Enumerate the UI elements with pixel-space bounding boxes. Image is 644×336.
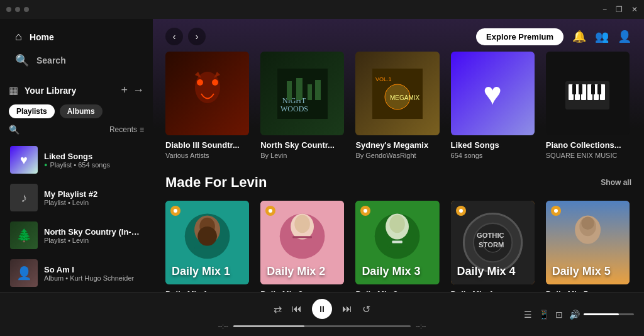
list-item[interactable]: ♪ My Playlist #2 Playlist • Levin	[5, 179, 148, 216]
top-card-subtitle: Various Artists	[165, 152, 249, 159]
add-library-button[interactable]: +	[121, 84, 128, 97]
search-library-icon[interactable]: 🔍	[9, 125, 19, 135]
mini-player-button[interactable]: ⊡	[555, 310, 563, 320]
liked-songs-thumb: ♥	[10, 146, 38, 174]
heart-icon: ♥	[20, 153, 28, 167]
list-icon: ≡	[140, 125, 144, 134]
filter-albums[interactable]: Albums	[60, 104, 103, 118]
playlist-list: ♥ Liked Songs ● Playlist • 654 songs ♪ M…	[0, 138, 153, 292]
dm1-artwork: Daily Mix 1	[165, 201, 249, 284]
daily-mix-card-5[interactable]: Daily Mix 5 Daily Mix 5 Darren Korb, Chr…	[546, 201, 630, 292]
playlist-meta: Playlist • Levin	[44, 199, 143, 206]
filter-playlists[interactable]: Playlists	[9, 104, 55, 118]
minimize-button[interactable]: −	[602, 5, 607, 14]
previous-button[interactable]: ⏮	[292, 303, 302, 315]
playlist-meta: Playlist • Levin	[44, 237, 143, 244]
dm2-artwork: Daily Mix 2	[260, 201, 344, 284]
daily-mix-card-4[interactable]: GOTHIC STORM Daily Mix 4 Daily Mix 4 Got…	[451, 201, 535, 292]
daily-mix-card-1[interactable]: Daily Mix 1 Daily Mix 1 Josh Whelchel, K…	[165, 201, 249, 292]
playlist-info: North Sky Country (In-Game) Playlist • L…	[44, 227, 143, 244]
show-all-button[interactable]: Show all	[601, 178, 631, 187]
green-dot-icon: ●	[44, 162, 47, 168]
list-item[interactable]: 🌲 North Sky Country (In-Game) Playlist •…	[5, 216, 148, 254]
list-item[interactable]: 👤 So Am I Album • Kurt Hugo Schneider	[5, 254, 148, 292]
nav-arrows: ‹ ›	[165, 28, 206, 45]
main-layout: ⌂ Home 🔍 Search ▦ Your Library + → Playl…	[0, 19, 644, 292]
section-title: Made For Levin	[165, 174, 267, 191]
recents-label[interactable]: Recents ≡	[109, 125, 144, 134]
maximize-button[interactable]: ❐	[616, 5, 623, 14]
liked-artwork: ♥	[451, 52, 535, 135]
content-header: ‹ › Explore Premium 🔔 👥 👤	[153, 19, 644, 52]
playlist-thumb: 👤	[10, 259, 38, 287]
player-controls: ⇄ ⏮ ⏸ ⏭ ↺	[274, 299, 370, 319]
back-button[interactable]: ‹	[165, 28, 183, 45]
piano-artwork	[546, 52, 630, 135]
svg-point-35	[294, 215, 310, 233]
devices-button[interactable]: 📱	[538, 310, 549, 320]
header-right: Explore Premium 🔔 👥 👤	[476, 28, 631, 45]
repeat-button[interactable]: ↺	[362, 303, 370, 315]
playlist-meta: Album • Kurt Hugo Schneider	[44, 274, 143, 282]
playlist-meta: ● Playlist • 654 songs	[44, 161, 143, 169]
top-card-title: Sydney's Megamix	[355, 140, 439, 150]
dm-badge	[456, 206, 466, 216]
svg-text:NIGHT: NIGHT	[282, 96, 306, 105]
top-card-northsky[interactable]: NIGHT WOODS North Sky Countr... By Levin	[260, 52, 344, 159]
svg-text:VOL.1: VOL.1	[375, 76, 392, 82]
daily-mix-row: Daily Mix 1 Daily Mix 1 Josh Whelchel, K…	[165, 201, 631, 292]
titlebar-dots	[6, 7, 29, 12]
bell-icon[interactable]: 🔔	[572, 30, 586, 43]
progress-track[interactable]	[233, 325, 411, 327]
profile-icon[interactable]: 👤	[618, 30, 631, 43]
svg-rect-6	[287, 81, 292, 100]
svg-rect-8	[308, 84, 312, 100]
content-area: ‹ › Explore Premium 🔔 👥 👤	[153, 19, 644, 292]
top-card-sydney[interactable]: VOL.1 MEGAMIX Sydney's Megamix By GendoW…	[355, 52, 439, 159]
play-pause-button[interactable]: ⏸	[312, 299, 332, 319]
dm3-artwork: Daily Mix 3	[355, 201, 439, 284]
svg-text:WOODS: WOODS	[280, 104, 308, 113]
dm5-artwork: Daily Mix 5	[546, 201, 630, 284]
top-card-subtitle: By Levin	[260, 152, 344, 159]
made-for-section-header: Made For Levin Show all	[165, 174, 631, 191]
svg-point-53	[581, 217, 594, 230]
volume-icon[interactable]: 🔊	[569, 310, 580, 320]
sidebar-item-home[interactable]: ⌂ Home	[9, 25, 144, 48]
top-card-diablo[interactable]: Diablo III Soundtr... Various Artists	[165, 52, 249, 159]
svg-rect-22	[572, 84, 576, 94]
top-card-piano[interactable]: Piano Collections... SQUARE ENIX MUSIC	[546, 52, 630, 159]
content-scroll[interactable]: Diablo III Soundtr... Various Artists NI…	[153, 52, 644, 292]
queue-button[interactable]: ☰	[524, 310, 532, 320]
sidebar-nav: ⌂ Home 🔍 Search	[0, 19, 153, 79]
svg-rect-9	[315, 80, 321, 100]
playlist-name: Liked Songs	[44, 152, 143, 161]
library-icon: ▦	[9, 84, 18, 96]
dm4-artwork: GOTHIC STORM Daily Mix 4	[451, 201, 535, 284]
svg-rect-7	[296, 78, 303, 100]
explore-premium-button[interactable]: Explore Premium	[476, 28, 564, 45]
player-center: ⇄ ⏮ ⏸ ⏭ ↺ --:-- --:--	[218, 299, 426, 330]
dm-badge	[551, 206, 561, 216]
svg-rect-25	[597, 84, 601, 94]
top-card-liked[interactable]: ♥ Liked Songs 654 songs	[451, 52, 535, 159]
top-card-title: Diablo III Soundtr...	[165, 140, 249, 150]
svg-rect-41	[388, 245, 408, 248]
shuffle-button[interactable]: ⇄	[274, 303, 282, 315]
forward-button[interactable]: ›	[188, 28, 206, 45]
next-button[interactable]: ⏭	[342, 303, 352, 315]
dm4-label: Daily Mix 4	[457, 265, 516, 278]
progress-fill	[233, 325, 304, 327]
list-item[interactable]: ♥ Liked Songs ● Playlist • 654 songs	[5, 141, 148, 179]
daily-mix-card-2[interactable]: Daily Mix 2 Daily Mix 2 ROZEN, Nobuo Uem…	[260, 201, 344, 292]
diablo-art-inner	[165, 52, 249, 135]
playlist-name: North Sky Country (In-Game)	[44, 227, 143, 237]
daily-mix-card-3[interactable]: Daily Mix 3 Daily Mix 3 Darren Ang, Mich…	[355, 201, 439, 292]
library-actions: + →	[121, 84, 144, 97]
svg-point-2	[212, 79, 218, 86]
close-button[interactable]: ✕	[631, 5, 638, 14]
expand-library-button[interactable]: →	[133, 84, 144, 97]
sidebar-item-search[interactable]: 🔍 Search	[9, 48, 144, 72]
friends-icon[interactable]: 👥	[595, 30, 609, 43]
volume-track[interactable]	[584, 313, 634, 315]
